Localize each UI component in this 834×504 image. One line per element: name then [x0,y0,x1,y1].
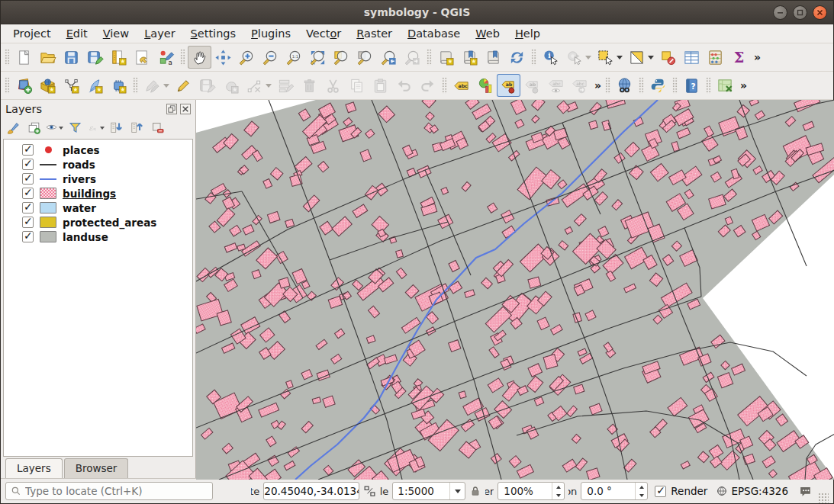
float-panel-icon[interactable] [166,104,177,114]
toolbar-overflow-icon[interactable]: » [591,79,603,91]
toggle-editing-icon[interactable] [172,74,195,97]
add-group-icon[interactable] [24,119,43,137]
close-icon[interactable] [813,5,827,20]
menu-settings[interactable]: Settings [183,26,244,41]
menu-plugins[interactable]: Plugins [243,26,298,41]
menu-edit[interactable]: Edit [59,26,95,41]
layer-checkbox-landuse[interactable] [22,231,34,242]
layer-label-protected_areas[interactable]: protected_areas [63,217,156,229]
layer-checkbox-roads[interactable] [22,159,34,170]
new-geopackage-icon[interactable] [36,74,60,97]
resize-grip[interactable] [818,493,829,503]
map-canvas[interactable] [196,100,833,478]
close-panel-icon[interactable] [180,104,191,114]
rotation-up-icon[interactable] [636,483,647,491]
magnifier-spinbox[interactable]: 100% [498,482,565,500]
zoom-native-icon[interactable]: 1:1 [282,46,306,69]
rotation-down-icon[interactable] [636,491,647,499]
toolbar-drag-handle[interactable] [531,49,536,66]
select-features-dropdown-icon[interactable] [617,56,623,59]
scale-dropdown-icon[interactable] [449,483,465,499]
maximize-icon[interactable] [793,5,807,20]
toolbar-drag-handle[interactable] [180,49,185,66]
save-project-as-icon[interactable] [83,46,107,69]
crs-status[interactable]: EPSG:4326 [716,485,788,497]
layer-checkbox-places[interactable] [22,144,34,156]
layer-item-roads[interactable]: roads [4,157,192,172]
zoom-to-layer-icon[interactable] [353,46,377,69]
toolbar-drag-handle[interactable] [706,77,711,94]
open-project-icon[interactable] [36,46,60,69]
filter-by-expression-dropdown-icon[interactable] [100,127,105,130]
layer-label-landuse[interactable]: landuse [63,231,108,243]
layer-diagram-icon[interactable] [473,74,497,97]
layer-labeling-icon[interactable]: abc [449,74,473,97]
layer-label-places[interactable]: places [63,144,100,156]
titlebar[interactable]: symbology - QGIS [1,1,833,24]
collapse-all-icon[interactable] [127,119,146,137]
zoom-in-icon[interactable] [235,46,259,69]
new-print-layout-icon[interactable] [107,46,130,69]
show-layout-manager-icon[interactable] [130,46,154,69]
data-source-manager-icon[interactable] [12,74,36,97]
menu-raster[interactable]: Raster [349,26,400,41]
identify-features-icon[interactable]: i [539,46,562,69]
manage-visibility-icon[interactable] [45,119,63,137]
layer-item-rivers[interactable]: rivers [4,172,192,186]
extents-toggle-icon[interactable] [363,485,376,498]
new-bookmark-icon[interactable] [434,46,458,69]
show-bookmarks-icon[interactable] [458,46,481,69]
remove-layer-icon[interactable] [148,119,166,137]
magnifier-up-icon[interactable] [552,483,564,491]
expand-all-icon[interactable] [107,119,125,137]
locator-bar[interactable] [5,482,213,500]
field-calculator-sum-icon[interactable]: Σ [727,46,751,69]
toolbar-drag-handle[interactable] [639,77,644,94]
rotation-spinbox[interactable]: 0.0 ° [581,482,648,500]
select-features-icon[interactable] [594,46,625,69]
pan-to-selection-icon[interactable] [211,46,235,69]
new-shapefile-icon[interactable] [60,74,83,97]
layer-checkbox-rivers[interactable] [22,173,34,185]
refresh-map-icon[interactable] [505,46,529,69]
menu-database[interactable]: Database [400,26,468,41]
filter-legend-icon[interactable] [66,119,84,137]
minimize-icon[interactable] [773,5,787,20]
layer-item-buildings[interactable]: buildings [4,186,192,201]
toolbar-drag-handle[interactable] [5,77,10,94]
layer-checkbox-water[interactable] [22,202,34,213]
deselect-features-icon[interactable] [656,46,680,69]
layer-item-places[interactable]: places [4,143,192,157]
scale-combo[interactable]: 1:5000 [392,482,465,500]
toolbar-drag-handle[interactable] [672,77,678,94]
layer-item-landuse[interactable]: landuse [4,230,192,244]
python-console-icon[interactable] [646,74,670,97]
new-virtual-layer-icon[interactable] [107,74,130,97]
select-by-form-icon[interactable] [625,46,656,69]
toolbar-drag-handle[interactable] [5,49,10,66]
save-project-icon[interactable] [60,46,83,69]
menu-layer[interactable]: Layer [137,26,182,41]
panel-tab-browser[interactable]: Browser [64,458,129,478]
lock-icon[interactable] [469,485,481,497]
render-toggle[interactable]: Render [655,485,707,497]
layer-checkbox-protected_areas[interactable] [22,217,34,228]
new-project-icon[interactable] [12,46,36,69]
open-styling-panel-icon[interactable] [4,119,22,137]
open-attribute-table-icon[interactable] [680,46,704,69]
processing-map-icon[interactable] [713,74,737,97]
locator-input[interactable] [25,485,208,497]
layer-item-water[interactable]: water [4,201,192,215]
pan-map-icon[interactable] [188,46,211,69]
layer-label-rivers[interactable]: rivers [63,173,96,185]
magnifier-down-icon[interactable] [552,491,564,499]
toolbar-drag-handle[interactable] [133,77,138,94]
toolbar-overflow-icon[interactable]: » [751,51,762,63]
metasearch-icon[interactable] [613,74,636,97]
statistical-summary-icon[interactable] [704,46,727,69]
layer-label-roads[interactable]: roads [63,159,95,171]
pin-labels-icon[interactable]: ab [497,74,520,97]
toolbar-drag-handle[interactable] [442,77,447,94]
toolbar-drag-handle[interactable] [427,49,432,66]
messages-icon[interactable] [798,484,813,499]
